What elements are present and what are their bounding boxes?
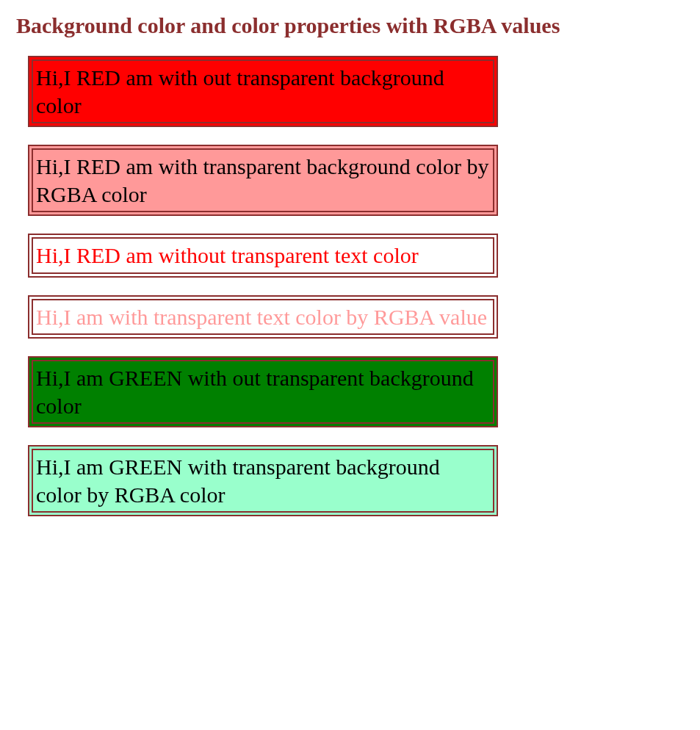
example-box-red-rgba-bg: Hi,I RED am with transparent background …	[28, 145, 498, 216]
example-box-red-rgba-text: Hi,I am with transparent text color by R…	[28, 295, 498, 339]
example-box-red-solid-bg: Hi,I RED am with out transparent backgro…	[28, 56, 498, 127]
example-box-green-solid-bg: Hi,I am GREEN with out transparent backg…	[28, 356, 498, 427]
example-box-red-solid-text: Hi,I RED am without transparent text col…	[28, 234, 498, 278]
page-title: Background color and color properties wi…	[16, 13, 684, 38]
example-box-green-rgba-bg: Hi,I am GREEN with transparent backgroun…	[28, 445, 498, 516]
